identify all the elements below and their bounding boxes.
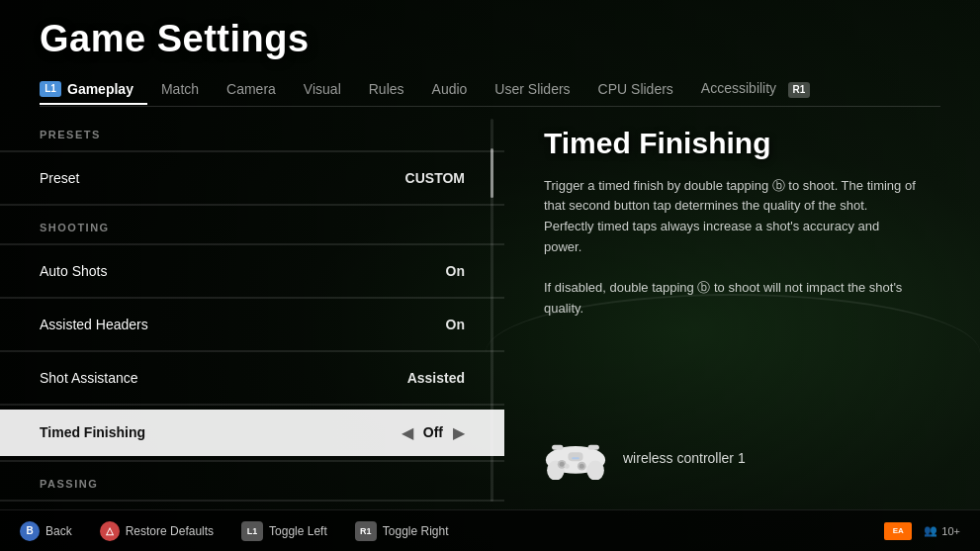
settings-right-panel: Timed Finishing Trigger a timed finish b… bbox=[504, 107, 980, 510]
rating-icon: 👥 bbox=[924, 524, 937, 537]
tab-user-sliders[interactable]: User Sliders bbox=[481, 75, 583, 105]
scroll-indicator bbox=[490, 119, 493, 502]
footer: B Back △ Restore Defaults L1 Toggle Left… bbox=[0, 509, 980, 551]
tab-accessibility[interactable]: Accessibility R1 bbox=[687, 74, 824, 106]
value-arrows-container: ◀ Off ▶ bbox=[401, 423, 465, 442]
tab-rules[interactable]: Rules bbox=[355, 75, 418, 105]
arrow-right-icon[interactable]: ▶ bbox=[453, 423, 465, 442]
svg-rect-4 bbox=[568, 452, 582, 461]
tab-gameplay[interactable]: L1 Gameplay bbox=[40, 75, 147, 105]
detail-title: Timed Finishing bbox=[544, 127, 940, 160]
setting-name-auto-shots: Auto Shots bbox=[40, 263, 108, 279]
setting-row-preset[interactable]: Preset CUSTOM bbox=[0, 156, 504, 200]
divider-presets bbox=[0, 150, 504, 152]
footer-toggle-left-button[interactable]: L1 Toggle Left bbox=[241, 521, 327, 541]
tab-cpu-sliders[interactable]: CPU Sliders bbox=[584, 75, 687, 105]
tab-navigation: L1 Gameplay Match Camera Visual Rules Au… bbox=[40, 74, 940, 107]
setting-name-timed-finishing: Timed Finishing bbox=[40, 424, 145, 440]
svg-rect-12 bbox=[588, 445, 599, 450]
divider-assisted-headers bbox=[0, 350, 504, 352]
tab-visual[interactable]: Visual bbox=[290, 75, 355, 105]
divider-shot-assistance bbox=[0, 404, 504, 406]
l1-badge: L1 bbox=[40, 81, 61, 97]
divider-auto-shots bbox=[0, 297, 504, 299]
arrow-left-icon[interactable]: ◀ bbox=[401, 423, 413, 442]
divider-shooting bbox=[0, 243, 504, 245]
setting-value-timed-finishing: Off bbox=[423, 424, 443, 440]
restore-label: Restore Defaults bbox=[126, 524, 214, 538]
setting-value-assisted-headers: On bbox=[446, 317, 465, 332]
svg-point-6 bbox=[560, 462, 565, 467]
svg-point-9 bbox=[565, 464, 570, 469]
setting-row-auto-shots[interactable]: Auto Shots On bbox=[0, 249, 504, 293]
page-title: Game Settings bbox=[40, 18, 940, 60]
back-label: Back bbox=[45, 524, 72, 538]
footer-toggle-right-button[interactable]: R1 Toggle Right bbox=[355, 521, 449, 541]
rating-badge: 👥 10+ bbox=[924, 524, 960, 537]
setting-row-shot-assistance[interactable]: Shot Assistance Assisted bbox=[0, 356, 504, 400]
setting-row-assisted-headers[interactable]: Assisted Headers On bbox=[0, 303, 504, 346]
divider-passing bbox=[0, 500, 504, 502]
setting-name-shot-assistance: Shot Assistance bbox=[40, 370, 138, 386]
header: Game Settings L1 Gameplay Match Camera V… bbox=[0, 0, 980, 107]
setting-value-preset: CUSTOM bbox=[405, 170, 465, 186]
setting-name-assisted-headers: Assisted Headers bbox=[40, 317, 148, 332]
footer-restore-button[interactable]: △ Restore Defaults bbox=[100, 521, 214, 541]
setting-value-auto-shots: On bbox=[446, 263, 465, 279]
scroll-thumb bbox=[490, 148, 493, 198]
footer-back-button[interactable]: B Back bbox=[20, 521, 72, 541]
content-area: PRESETS Preset CUSTOM SHOOTING Auto Shot… bbox=[0, 107, 980, 510]
detail-description: Trigger a timed finish by double tapping… bbox=[544, 176, 920, 321]
setting-value-shot-assistance: Assisted bbox=[407, 370, 465, 386]
rating-value: 10+ bbox=[941, 525, 960, 537]
controller-section: wireless controller 1 bbox=[544, 436, 940, 490]
svg-point-2 bbox=[586, 461, 604, 480]
section-label-passing: PASSING bbox=[0, 466, 504, 496]
tab-audio[interactable]: Audio bbox=[418, 75, 482, 105]
l1-button-icon: L1 bbox=[241, 521, 263, 541]
section-label-presets: PRESETS bbox=[0, 117, 504, 146]
tab-match[interactable]: Match bbox=[147, 75, 213, 105]
svg-rect-11 bbox=[552, 445, 563, 450]
settings-left-panel: PRESETS Preset CUSTOM SHOOTING Auto Shot… bbox=[0, 107, 504, 510]
b-button-icon: B bbox=[20, 521, 40, 541]
svg-point-8 bbox=[579, 464, 584, 469]
svg-rect-10 bbox=[572, 457, 579, 459]
r1-badge: R1 bbox=[788, 82, 810, 98]
triangle-button-icon: △ bbox=[100, 521, 120, 541]
controller-label: wireless controller 1 bbox=[623, 450, 746, 466]
setting-row-timed-finishing[interactable]: Timed Finishing ◀ Off ▶ bbox=[0, 410, 504, 456]
footer-right: EA 👥 10+ bbox=[884, 522, 960, 540]
ea-logo: EA bbox=[884, 522, 912, 540]
setting-name-preset: Preset bbox=[40, 170, 79, 186]
toggle-left-label: Toggle Left bbox=[269, 524, 327, 538]
divider-after-presets bbox=[0, 204, 504, 206]
section-label-shooting: SHOOTING bbox=[0, 210, 504, 239]
r1-button-icon: R1 bbox=[355, 521, 377, 541]
controller-icon bbox=[544, 436, 607, 480]
divider-timed-finishing bbox=[0, 460, 504, 462]
toggle-right-label: Toggle Right bbox=[383, 524, 449, 538]
tab-camera[interactable]: Camera bbox=[213, 75, 290, 105]
